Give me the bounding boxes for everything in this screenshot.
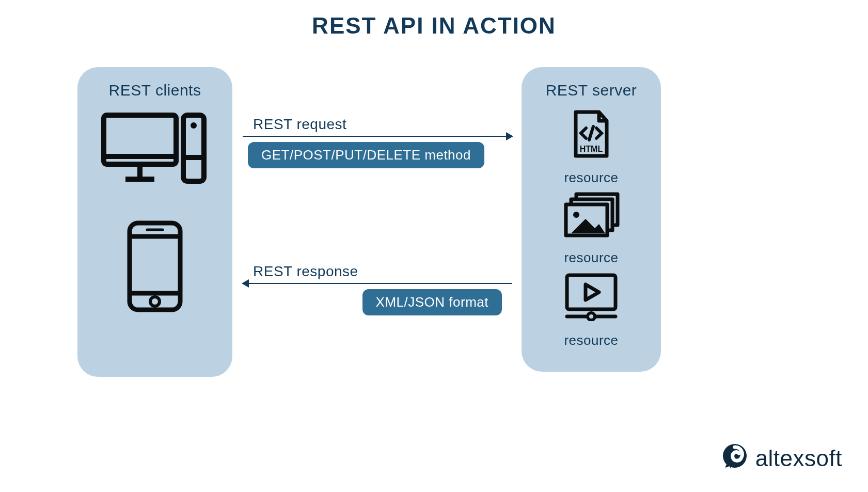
svg-point-16 [573,212,579,218]
diagram-title: REST API IN ACTION [0,13,868,39]
desktop-remote-icon [101,112,209,192]
clients-title: REST clients [77,82,232,99]
arrow-right-icon [243,136,512,137]
resource-label-2: resource [564,250,618,266]
arrow-left-icon [243,283,512,284]
clients-panel: REST clients [77,67,232,377]
svg-rect-18 [567,275,616,309]
brand-logo: altexsoft [720,443,842,474]
server-panel: REST server HTML resource [522,67,661,372]
svg-point-21 [588,313,595,320]
request-arrow-group: REST request GET/POST/PUT/DELETE method [243,116,512,168]
html-file-text: HTML [580,145,603,153]
video-icon [563,272,620,323]
smartphone-icon [127,220,183,315]
svg-line-12 [589,126,593,140]
images-icon [563,192,620,241]
resource-label-3: resource [564,332,618,348]
response-arrow-group: REST response XML/JSON format [243,263,512,315]
request-method-pill: GET/POST/PUT/DELETE method [248,142,484,168]
response-label: REST response [243,263,512,280]
altexsoft-mark-icon [720,443,749,474]
server-title: REST server [522,82,661,99]
svg-point-10 [150,297,160,306]
svg-point-6 [191,122,197,129]
brand-name: altexsoft [755,446,842,471]
html-file-icon: HTML [571,109,612,161]
resource-label-1: resource [564,170,618,186]
svg-marker-19 [586,284,599,300]
request-label: REST request [243,116,512,133]
response-format-pill: XML/JSON format [362,289,502,315]
